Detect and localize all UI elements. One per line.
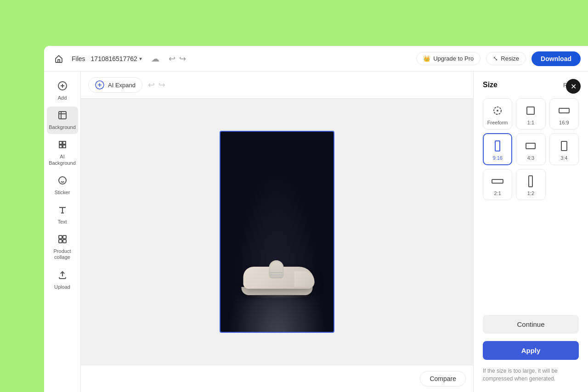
1-2-icon (524, 175, 537, 188)
3-4-label: 3:4 (560, 155, 567, 161)
home-button[interactable] (51, 51, 66, 66)
modal-bottom-bar: Compare (81, 365, 473, 392)
crown-icon: 👑 (423, 55, 430, 62)
modal-close-button[interactable]: ✕ (566, 79, 581, 94)
svg-rect-20 (527, 107, 534, 114)
svg-rect-6 (63, 240, 66, 243)
upgrade-button[interactable]: 👑 Upgrade to Pro (416, 52, 481, 65)
sidebar-text-label: Text (57, 219, 67, 225)
ai-expand-label: AI Expand (108, 82, 136, 89)
modal-undo-button[interactable]: ↩ (148, 80, 155, 90)
compare-button[interactable]: Compare (420, 371, 466, 386)
svg-rect-23 (526, 143, 535, 149)
sidebar-item-background[interactable]: Background (47, 106, 78, 134)
resize-icon: ⤡ (493, 55, 498, 62)
svg-rect-22 (495, 141, 500, 151)
add-icon (57, 81, 68, 93)
ai-background-icon (57, 140, 68, 152)
size-option-3-4[interactable]: 3:4 (549, 133, 579, 165)
sidebar-item-upload[interactable]: Upload (47, 266, 78, 294)
sidebar-upload-label: Upload (54, 284, 70, 290)
svg-rect-25 (492, 179, 503, 183)
16-9-label: 16:9 (559, 120, 569, 125)
modal-undo-redo: ↩ ↪ (148, 80, 165, 90)
shoe-shadow (246, 293, 313, 299)
sidebar-product-collage-label: Product collage (49, 248, 76, 260)
shoe-lace-3 (270, 277, 283, 278)
size-note: If the size is too large, it will be com… (483, 367, 579, 383)
sidebar-sticker-label: Sticker (55, 190, 70, 196)
size-option-9-16[interactable]: 9:16 (483, 133, 512, 165)
sidebar-item-ai-background[interactable]: AI Background (47, 136, 78, 169)
shoe-preview-card (220, 131, 334, 333)
text-icon (57, 205, 68, 217)
topbar: Files 1710816517762 ▾ ☁ ↩ ↪ 👑 Upgrade to… (44, 46, 588, 72)
resize-button[interactable]: ⤡ Resize (486, 52, 526, 65)
undo-button[interactable]: ↩ (169, 54, 175, 64)
preview-area (81, 99, 473, 365)
9-16-icon (491, 140, 504, 152)
4-3-icon (524, 140, 537, 152)
size-option-freeform[interactable]: Freeform (483, 98, 512, 129)
freeform-label: Freeform (487, 120, 508, 125)
svg-rect-21 (559, 108, 569, 113)
sidebar: Add Background (44, 72, 81, 392)
svg-rect-1 (59, 112, 66, 119)
modal-toolbar: AI Expand ↩ ↪ (81, 72, 473, 99)
sidebar-item-text[interactable]: Text (47, 201, 78, 229)
size-option-16-9[interactable]: 16:9 (549, 98, 579, 129)
sidebar-item-add[interactable]: Add (47, 77, 78, 105)
ai-expand-badge-icon (95, 80, 104, 90)
svg-rect-5 (59, 240, 62, 243)
4-3-label: 4:3 (527, 155, 534, 161)
svg-rect-4 (63, 235, 66, 239)
ai-expand-badge: AI Expand (88, 77, 142, 93)
svg-rect-26 (529, 176, 532, 187)
shoe-tongue (269, 260, 284, 279)
close-icon: ✕ (571, 82, 577, 91)
upload-icon (57, 270, 68, 282)
project-chevron-icon: ▾ (139, 56, 142, 62)
spacer (483, 207, 579, 308)
ai-expand-modal: AI Expand ↩ ↪ (81, 72, 588, 392)
sidebar-add-label: Add (58, 95, 67, 101)
undo-redo-group: ↩ ↪ (169, 54, 186, 64)
size-option-1-2[interactable]: 1:2 (516, 169, 545, 200)
continue-button[interactable]: Continue (483, 315, 579, 334)
redo-button[interactable]: ↪ (179, 54, 186, 64)
sidebar-background-label: Background (49, 124, 76, 130)
sidebar-item-product-collage[interactable]: Product collage (47, 230, 78, 264)
svg-rect-3 (59, 235, 62, 239)
shoe-body (242, 261, 313, 295)
16-9-icon (558, 104, 571, 117)
apply-button[interactable]: Apply (483, 341, 579, 360)
product-collage-icon (57, 234, 68, 246)
size-header: Size Reset (483, 81, 579, 89)
svg-rect-24 (561, 141, 567, 151)
sidebar-ai-background-label: AI Background (49, 154, 76, 166)
cloud-sync-icon: ☁ (151, 54, 159, 64)
1-1-icon (524, 104, 537, 117)
9-16-label: 9:16 (492, 155, 502, 161)
size-option-1-1[interactable]: 1:1 (516, 98, 545, 129)
sticker-icon (57, 175, 68, 188)
files-nav[interactable]: Files (72, 55, 85, 62)
shoe-lace-1 (270, 272, 283, 273)
svg-point-2 (59, 177, 66, 184)
background-icon (57, 110, 68, 123)
size-options-grid: Freeform 1:1 (483, 98, 579, 200)
project-name[interactable]: 1710816517762 ▾ (91, 55, 142, 62)
modal-right-panel: ✕ Size Reset (473, 72, 588, 392)
2-1-icon (491, 175, 504, 188)
shoe-illustration (220, 132, 334, 332)
size-option-4-3[interactable]: 4:3 (516, 133, 545, 165)
size-option-2-1[interactable]: 2:1 (483, 169, 512, 200)
freeform-icon (491, 104, 504, 117)
sidebar-item-sticker[interactable]: Sticker (47, 172, 78, 199)
app-window: Files 1710816517762 ▾ ☁ ↩ ↪ 👑 Upgrade to… (44, 46, 588, 392)
modal-redo-button[interactable]: ↪ (158, 80, 165, 90)
download-button[interactable]: Download (531, 51, 581, 66)
1-2-label: 1:2 (527, 190, 534, 196)
modal-canvas-side: AI Expand ↩ ↪ (81, 72, 473, 392)
3-4-icon (558, 140, 571, 152)
